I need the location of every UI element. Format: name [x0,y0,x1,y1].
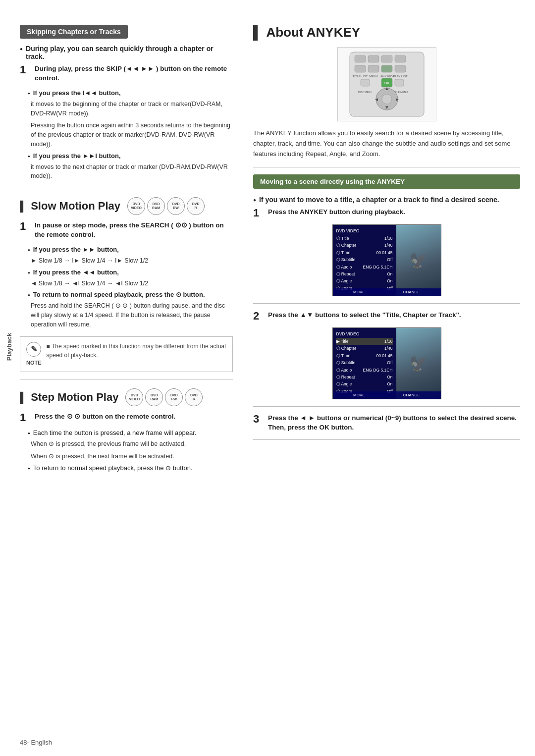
svg-rect-2 [368,55,379,62]
step-sub1-text2: When ⊙ is pressed, the previous frame wi… [31,439,233,449]
slow-motion-section: Slow Motion Play DVDVIDEO DVDRAM DVDRW D… [20,197,233,372]
right-column: ▌ About ANYKEY [243,15,535,756]
step-motion-title: Step Motion Play [20,391,118,404]
step-step1: 1 Press the ⊙ ⊙ button on the remote con… [20,412,233,423]
anykey-step-num-2: 2 [253,311,263,322]
slow-motion-title-bar: Slow Motion Play DVDVIDEO DVDRAM DVDRW D… [20,197,233,215]
disc-dvd-rw: DVDRW [167,197,185,215]
about-anykey-title: About ANYKEY [266,25,360,40]
slow-step1-text: In pause or step mode, press the SEARCH … [35,221,233,240]
step-motion-title-bar: Step Motion Play DVDVIDEO DVDRAM DVDRW D… [20,388,233,406]
anykey-description: The ANYKEY function allows you to easily… [253,128,520,159]
svg-text:▼: ▼ [384,105,389,110]
screen1-move-label: MOVE [353,290,365,294]
svg-text:MENU: MENU [369,75,378,78]
slow-sub3: To return to normal speed playback, pres… [28,291,233,298]
sub-bullet-1-label: If you press the I◄◄ button, [33,89,121,97]
sub-bullet-1: If you press the I◄◄ button, [28,89,233,97]
anykey-step3-text: Press the ◄ ► buttons or numerical (0~9)… [268,414,520,432]
svg-rect-5 [355,65,366,72]
sub-bullet-2-label: If you press the ►►I button, [33,152,121,160]
skipping-step1: 1 During play, press the SKIP (◄◄ ►► ) b… [20,64,233,83]
svg-text:►: ► [395,97,400,102]
svg-text:PLAY LIST: PLAY LIST [393,75,407,78]
svg-rect-7 [381,65,392,72]
sub-text-1a: it moves to the beginning of the chapter… [31,100,233,118]
disc-dvd-video: DVDVIDEO [127,197,145,215]
step-step-num-1: 1 [20,412,30,423]
step-step1-text: Press the ⊙ ⊙ button on the remote contr… [35,412,175,422]
note-label: ✎ NOTE [26,342,42,367]
step-sub2: To return to normal speed playback, pres… [28,464,233,472]
step-sub2-text: To return to normal speed playback, pres… [33,464,193,472]
screen-display-1: 🦅 DVD VIDEO ⬡ Title1/10 ⬡ Chapter1/40 ⬡ … [332,224,441,296]
svg-rect-1 [355,55,366,62]
step-sub1-text1: Each time the button is pressed, a new f… [33,429,197,436]
note-icon: ✎ [26,342,41,357]
skipping-section: Skipping Chapters or Tracks During play,… [20,25,233,181]
screen2-change-label: CHANGE [403,393,420,397]
skipping-header: Skipping Chapters or Tracks [20,25,128,39]
step-disc-dvd-ram: DVDRAM [145,388,163,406]
slow-sub2: If you press the ◄◄ button, [28,269,233,276]
sub-text-1b: Pressing the button once again within 3 … [31,121,233,149]
step-disc-dvd-rw: DVDRW [165,388,183,406]
svg-rect-6 [368,65,379,72]
disc-dvd-ram: DVDRAM [147,197,165,215]
moving-scene-header: Moving to a scene directly using the ANY… [253,174,520,189]
page-footer: 48- English [20,739,52,746]
svg-rect-15 [395,79,404,86]
screen-display-2: 🦅 DVD VIDEO ▶ Title1/10 ⬡ Chapter1/40 ⬡ … [332,327,441,399]
svg-rect-13 [361,79,370,86]
step-motion-section: Step Motion Play DVDVIDEO DVDRAM DVDRW D… [20,388,233,472]
slow-sub1-label: If you press the ►► button, [33,246,119,253]
sub-bullet-2: If you press the ►►I button, [28,152,233,160]
step-disc-dvd-r: DVDR [185,388,203,406]
svg-text:ANY KEY: ANY KEY [380,75,393,78]
anykey-step2: 2 Press the ▲▼ buttons to select the "Ti… [253,311,520,322]
left-column: Skipping Chapters or Tracks During play,… [0,15,243,756]
sidebar-label: Playback [5,333,13,361]
svg-text:▲: ▲ [384,86,389,91]
svg-rect-4 [395,55,406,62]
anykey-step1: 1 Press the ANYKEY button during playbac… [253,208,520,218]
svg-point-20 [382,94,392,104]
remote-svg: TITLE LIST MENU ANY KEY PLAY LIST OK DIS… [340,50,434,119]
anykey-step1-text: Press the ANYKEY button during playback. [268,208,405,217]
screen2-move-label: MOVE [353,393,365,397]
anykey-step3: 3 Press the ◄ ► buttons or numerical (0~… [253,414,520,432]
svg-text:◄: ◄ [374,97,379,102]
slow-sub1: If you press the ►► button, [28,246,233,253]
step-sub1-text3: When ⊙ is pressed, the next frame will b… [31,452,233,461]
screen1-change-label: CHANGE [403,290,420,294]
step-number-1: 1 [20,64,30,75]
step1-text: During play, press the SKIP (◄◄ ►► ) but… [35,64,233,83]
sub-text-2: it moves to the next chapter or track or… [31,162,233,181]
disc-dvd-r: DVDR [187,197,205,215]
slow-sub2-text: ◄ Slow 1/8 → ◄I Slow 1/4 → ◄I Slow 1/2 [31,279,233,288]
svg-text:TITLE LIST: TITLE LIST [352,75,368,78]
svg-text:OK: OK [384,81,389,85]
svg-rect-8 [395,65,406,72]
slow-sub1-text: ► Slow 1/8 → I► Slow 1/4 → I► Slow 1/2 [31,256,233,266]
note-text-1: The speed marked in this function may be… [47,343,226,359]
skipping-bullet1: During play, you can search quickly thro… [20,45,233,60]
slow-motion-title: Slow Motion Play [20,200,120,213]
svg-text:DISC MENU: DISC MENU [358,91,372,94]
slow-sub3-label: To return to normal speed playback, pres… [33,291,205,298]
anykey-step-num-3: 3 [253,414,263,425]
step-sub1: Each time the button is pressed, a new f… [28,429,233,436]
slow-step-num-1: 1 [20,221,30,232]
svg-rect-3 [381,55,392,62]
note-bullet-1: ■ [47,343,52,350]
anykey-step2-text: Press the ▲▼ buttons to select the "Titl… [268,311,461,320]
slow-sub2-label: If you press the ◄◄ button, [33,269,119,276]
note-box: ✎ NOTE ■ The speed marked in this functi… [20,336,233,373]
step-motion-disc-icons: DVDVIDEO DVDRAM DVDRW DVDR [125,388,203,406]
slow-motion-disc-icons: DVDVIDEO DVDRAM DVDRW DVDR [127,197,205,215]
remote-control-image: TITLE LIST MENU ANY KEY PLAY LIST OK DIS… [337,47,436,121]
right-bullet1: If you want to move to a title, a chapte… [253,196,520,204]
anykey-step-num-1: 1 [253,208,263,218]
step-disc-dvd-video: DVDVIDEO [125,388,143,406]
slow-step1: 1 In pause or step mode, press the SEARC… [20,221,233,240]
